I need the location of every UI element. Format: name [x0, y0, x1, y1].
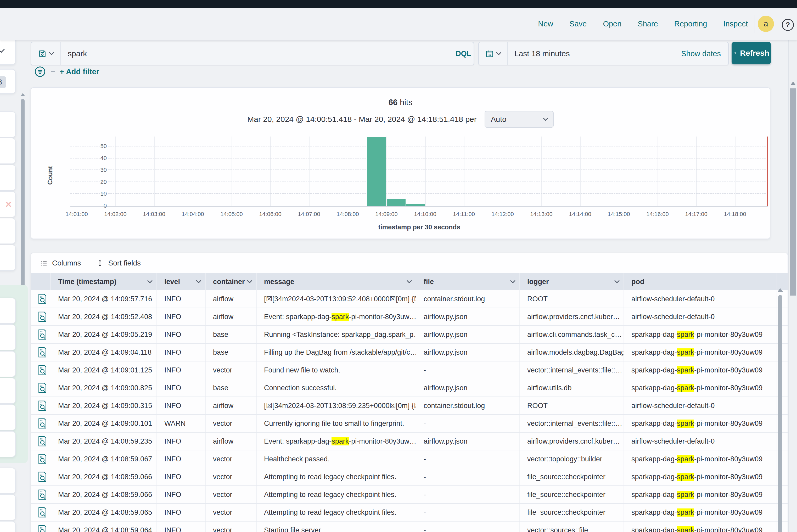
cell-logger: vector::sources::file [520, 521, 624, 532]
nav-item-reporting[interactable]: Reporting [674, 20, 707, 28]
table-body: Mar 20, 2024 @ 14:09:57.716INFOairflow[☒… [31, 290, 787, 532]
x-gridline [580, 136, 581, 206]
expand-document-icon[interactable] [31, 468, 51, 486]
help-icon[interactable]: ? [782, 19, 794, 31]
table-row: Mar 20, 2024 @ 14:09:57.716INFOairflow[☒… [31, 290, 787, 308]
expand-document-icon[interactable] [31, 326, 51, 343]
x-gridline [193, 136, 193, 206]
nav-item-share[interactable]: Share [638, 20, 658, 28]
rail-card[interactable] [0, 111, 16, 137]
cell-text: -pi-monitor-80y3uw… [349, 313, 416, 321]
table-scrollbar-thumb[interactable] [778, 295, 782, 532]
current-time-marker [767, 136, 768, 206]
column-header-level[interactable]: level [157, 273, 206, 290]
nav-item-inspect[interactable]: Inspect [723, 20, 748, 28]
table-scroll-up-icon[interactable] [778, 288, 783, 292]
column-header-file[interactable]: file [416, 273, 520, 290]
rail-card[interactable] [0, 298, 16, 324]
interval-select[interactable]: Auto [485, 111, 554, 128]
show-dates-button[interactable]: Show dates [681, 50, 728, 58]
rail-card[interactable]: × [0, 191, 16, 217]
expand-document-icon[interactable] [31, 308, 51, 325]
rail-card[interactable] [0, 378, 16, 404]
cell-text: Event: sparkapp-dag- [264, 313, 332, 321]
cell-file: airflow.py.json [416, 308, 520, 325]
column-header-pod[interactable]: pod [624, 273, 777, 290]
y-gridline [70, 146, 768, 147]
expand-document-icon[interactable] [31, 397, 51, 414]
histogram-plot[interactable] [70, 136, 768, 207]
expand-document-icon[interactable] [31, 361, 51, 379]
saved-query-menu-button[interactable] [31, 42, 60, 65]
rail-card[interactable] [0, 218, 16, 244]
cell-message: Attempting to read legacy checkpoint fil… [257, 504, 416, 521]
x-gridline [309, 136, 310, 206]
rail-card[interactable] [0, 351, 16, 377]
x-tick-label: 14:15:00 [599, 211, 638, 217]
refresh-button[interactable]: Refresh [731, 42, 771, 64]
rail-card[interactable] [0, 468, 16, 494]
cell-level: INFO [157, 504, 206, 521]
nav-item-new[interactable]: New [538, 20, 553, 28]
query-bar: spark DQL [31, 42, 474, 65]
x-tick-label: 14:11:00 [445, 211, 483, 217]
rail-card[interactable] [0, 494, 16, 520]
rail-card[interactable] [0, 165, 16, 191]
filter-icon[interactable] [34, 65, 46, 78]
close-icon[interactable]: × [0, 192, 15, 217]
columns-button[interactable]: Columns [40, 259, 81, 267]
collapse-panel-button[interactable] [0, 37, 16, 65]
cell-file: - [416, 450, 520, 468]
y-tick-label: 20 [91, 179, 107, 186]
column-header-time-timestamp-[interactable]: Time (timestamp) [51, 273, 157, 290]
cell-pod: sparkapp-dag-spark-pi-monitor-80y3uw09 [624, 361, 777, 379]
nav-item-open[interactable]: Open [603, 20, 622, 28]
date-picker: Last 18 minutes Show dates [478, 42, 729, 65]
nav-item-save[interactable]: Save [569, 20, 587, 28]
x-tick-label: 14:14:00 [561, 211, 599, 217]
page-scrollbar-thumb[interactable] [790, 89, 796, 296]
cell-file: - [416, 361, 520, 379]
expand-document-icon[interactable] [31, 486, 51, 503]
column-header-container[interactable]: container [206, 273, 257, 290]
quick-select-button[interactable] [479, 42, 507, 65]
field-count-box[interactable]: 3 [0, 69, 16, 94]
cell-file: - [416, 468, 520, 486]
expand-document-icon[interactable] [31, 504, 51, 521]
avatar[interactable]: a [758, 16, 774, 32]
cell-file: container.stdout.log [416, 290, 520, 308]
rail-card[interactable] [0, 521, 16, 532]
expand-document-icon[interactable] [31, 290, 51, 308]
expand-document-icon[interactable] [31, 433, 51, 450]
column-header-logger[interactable]: logger [520, 273, 624, 290]
page-scrollbar-track[interactable] [788, 40, 797, 532]
rail-card[interactable] [0, 404, 16, 431]
add-filter-button[interactable]: + Add filter [60, 68, 99, 76]
time-range-value[interactable]: Last 18 minutes [507, 49, 681, 58]
left-rail-divider [29, 40, 29, 532]
histogram-bar[interactable] [406, 204, 425, 206]
rail-card[interactable] [0, 431, 16, 457]
expand-document-icon[interactable] [31, 415, 51, 432]
rail-card[interactable] [0, 138, 16, 164]
histogram-bar[interactable] [367, 137, 386, 206]
table-row: Mar 20, 2024 @ 14:09:00.315INFOairflow[☒… [31, 397, 787, 415]
sort-fields-button[interactable]: Sort fields [96, 259, 141, 267]
expand-document-icon[interactable] [31, 450, 51, 468]
query-language-button[interactable]: DQL [453, 50, 474, 58]
cell-pod: sparkapp-dag-spark-pi-monitor-80y3uw09 [624, 344, 777, 361]
rail-scroll-up-icon[interactable] [20, 93, 25, 96]
expand-document-icon[interactable] [31, 379, 51, 397]
y-tick-label: 30 [91, 167, 107, 173]
page-scroll-up-icon[interactable] [791, 82, 795, 85]
rail-card[interactable] [0, 324, 16, 350]
x-tick-label: 14:10:00 [406, 211, 445, 217]
filter-bar: + Add filter [34, 65, 99, 78]
search-input[interactable]: spark [61, 49, 453, 58]
expand-document-icon[interactable] [31, 521, 51, 532]
rail-card[interactable] [0, 245, 16, 271]
column-header-message[interactable]: message [257, 273, 416, 290]
expand-document-icon[interactable] [31, 344, 51, 361]
cell-file: airflow.py.json [416, 344, 520, 361]
histogram-bar[interactable] [387, 199, 406, 206]
